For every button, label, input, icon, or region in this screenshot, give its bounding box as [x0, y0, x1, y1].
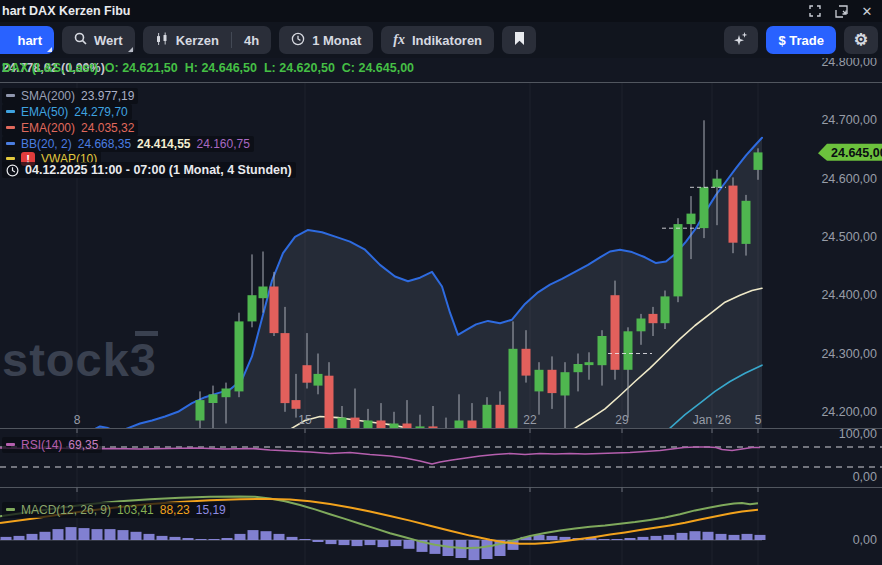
symbol-search-button[interactable]: Wert: [62, 26, 135, 54]
candle-style-button[interactable]: Kerzen: [143, 26, 231, 54]
open-value: O: 24.621,50: [105, 61, 178, 75]
symbol-name: DAX (L&S, Last): [2, 61, 98, 75]
candlestick-icon: [155, 32, 169, 49]
ohlc-readout: DAX (L&S, Last) O: 24.621,50 H: 24.646,5…: [2, 61, 414, 75]
trade-button[interactable]: $ Trade: [766, 26, 836, 54]
indicators-button[interactable]: fx Indikatoren: [381, 26, 494, 54]
trade-label: $ Trade: [778, 33, 824, 48]
gear-icon: ⚙: [854, 32, 868, 48]
range-label: 1 Monat: [312, 33, 361, 48]
indicators-label: Indikatoren: [412, 33, 482, 48]
rsi-pane[interactable]: [0, 429, 766, 487]
interval-label: 4h: [244, 33, 259, 48]
svg-text:0,00: 0,00: [853, 470, 877, 484]
bookmark-button[interactable]: [502, 26, 536, 54]
fx-icon: fx: [393, 32, 405, 48]
bookmark-icon: [514, 32, 525, 48]
time-axis[interactable]: [0, 415, 766, 428]
svg-text:100,00: 100,00: [839, 427, 877, 441]
high-value: H: 24.646,50: [185, 61, 257, 75]
chart-plot-area[interactable]: [0, 83, 766, 428]
low-value: L: 24.620,50: [264, 61, 335, 75]
interval-button[interactable]: 4h: [232, 26, 271, 54]
chart-type-button[interactable]: hart: [0, 26, 54, 54]
price-axis[interactable]: [766, 58, 882, 428]
range-button[interactable]: 1 Monat: [279, 26, 373, 54]
window-title: hart DAX Kerzen Fibu: [2, 4, 131, 18]
search-icon: [74, 32, 87, 48]
fullscreen-icon[interactable]: [808, 4, 822, 18]
titlebar: hart DAX Kerzen Fibu ✕: [0, 0, 882, 22]
candle-style-label: Kerzen: [176, 33, 219, 48]
candle-interval-group: Kerzen 4h: [143, 26, 272, 54]
clock-icon: [291, 32, 305, 49]
symbol-button-label: Wert: [94, 33, 123, 48]
settings-button[interactable]: ⚙: [844, 26, 878, 54]
close-value: C: 24.645,00: [342, 61, 414, 75]
svg-text:0,00: 0,00: [853, 533, 877, 547]
magic-ai-button[interactable]: [724, 26, 758, 54]
toolbar: hart Wert Kerzen: [0, 22, 882, 58]
popout-icon[interactable]: [834, 4, 848, 18]
chart-button-label: hart: [17, 33, 42, 48]
close-icon[interactable]: ✕: [860, 4, 874, 18]
chart-window: 8152229Jan '26524.800,0024.700,0024.600,…: [0, 0, 882, 565]
macd-pane[interactable]: [0, 488, 766, 565]
sparkle-icon: [733, 31, 749, 50]
